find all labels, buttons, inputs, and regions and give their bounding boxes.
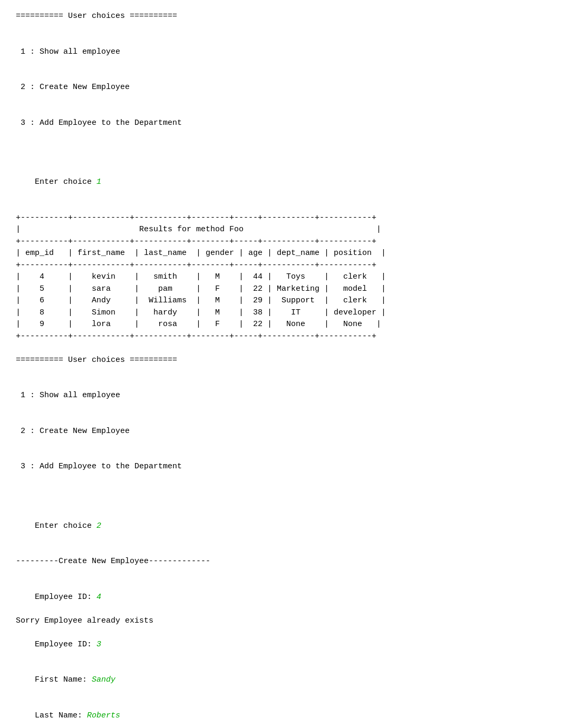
menu-item-2: 2 : Create New Employee	[16, 82, 566, 94]
menu-item-1: 1 : Show all employee	[16, 46, 566, 58]
menu-header-2: ========== User choices ==========	[16, 355, 566, 367]
table1-row-3: | 6 | Andy | Williams | M | 29 | Support…	[16, 296, 386, 305]
last-name-label: Last Name:	[35, 711, 87, 720]
last-name-prompt: Last Name: Roberts	[16, 698, 566, 728]
table1-header-sep: +----------+------------+-----------+---…	[16, 237, 376, 246]
prompt-label-2: Enter choice	[35, 522, 96, 530]
table1-row-1: | 4 | kevin | smith | M | 44 | Toys | cl…	[16, 272, 386, 281]
table1-border-bottom: +----------+------------+-----------+---…	[16, 332, 376, 341]
emp-id-label-2: Employee ID:	[35, 640, 96, 649]
table1-header-sep2: +----------+------------+-----------+---…	[16, 261, 376, 270]
already-exists-msg: Sorry Employee already exists	[16, 615, 566, 627]
create-header: ---------Create New Employee------------…	[16, 556, 566, 568]
table1-border-top: +----------+------------+-----------+---…	[16, 213, 376, 222]
menu-item-4: 1 : Show all employee	[16, 390, 566, 402]
table1-row-5: | 9 | lora | rosa | F | 22 | None | None…	[16, 320, 381, 329]
menu-items-1: 1 : Show all employee 2 : Create New Emp…	[16, 23, 566, 153]
prompt-label-1: Enter choice	[35, 178, 96, 186]
enter-choice-1: Enter choice 1	[16, 165, 566, 201]
menu-header-1: ========== User choices ==========	[16, 11, 566, 23]
emp-id-value-2: 3	[96, 640, 101, 649]
emp-id-prompt-2: Employee ID: 3	[16, 627, 566, 663]
emp-id-value-1: 4	[96, 593, 101, 602]
first-name-prompt: First Name: Sandy	[16, 663, 566, 699]
first-name-label: First Name:	[35, 675, 92, 684]
choice-value-1: 1	[96, 178, 101, 186]
terminal-output: ========== User choices ========== 1 : S…	[16, 11, 566, 728]
first-name-value: Sandy	[92, 675, 115, 684]
menu-item-5: 2 : Create New Employee	[16, 426, 566, 438]
emp-id-label-1: Employee ID:	[35, 593, 96, 602]
choice-value-2: 2	[96, 522, 101, 530]
table1-title-row: | Results for method Foo |	[16, 225, 381, 234]
table1-row-2: | 5 | sara | pam | F | 22 | Marketing | …	[16, 284, 386, 293]
emp-id-prompt-1: Employee ID: 4	[16, 579, 566, 615]
menu-item-3: 3 : Add Employee to the Department	[16, 117, 566, 130]
menu-items-2: 1 : Show all employee 2 : Create New Emp…	[16, 366, 566, 497]
last-name-value: Roberts	[87, 711, 120, 720]
table1-row-4: | 8 | Simon | hardy | M | 38 | IT | deve…	[16, 308, 386, 317]
enter-choice-2: Enter choice 2	[16, 508, 566, 544]
table1-col-headers: | emp_id | first_name | last_name | gend…	[16, 249, 386, 258]
table1-container: +----------+------------+-----------+---…	[16, 200, 566, 355]
menu-item-6: 3 : Add Employee to the Department	[16, 461, 566, 473]
